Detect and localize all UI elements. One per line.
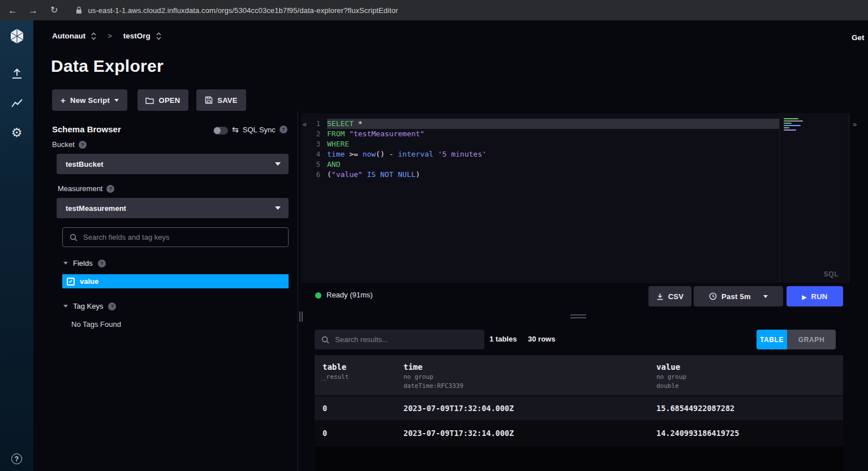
schema-search-input[interactable] (83, 233, 281, 241)
tab-table[interactable]: TABLE (757, 330, 787, 349)
measurement-help-icon[interactable] (106, 185, 114, 193)
code-line[interactable]: 5 AND (301, 159, 779, 170)
results-table: table _result time no group dateTime:RFC… (315, 355, 843, 471)
get-credit-button[interactable]: Get (852, 33, 868, 42)
column-header-time: time no group dateTime:RFC3339 (403, 362, 463, 390)
line-number: 3 (301, 139, 327, 149)
search-icon (70, 234, 78, 241)
column-header-value: value no group double (656, 362, 686, 390)
time-range-value: Past 5m (721, 292, 751, 301)
sql-sync: SQL Sync (232, 125, 287, 134)
browser-chrome: us-east-1-1.aws.cloud2.influxdata.com/or… (0, 0, 868, 20)
chevron-down-icon (275, 206, 281, 210)
suborg-name[interactable]: testOrg (123, 32, 151, 40)
tables-count: 1 tables (489, 335, 517, 343)
new-script-button[interactable]: New Script (52, 89, 127, 111)
settings-gear-icon[interactable] (0, 127, 33, 139)
breadcrumb-separator-icon: > (108, 32, 112, 40)
sql-editor[interactable]: 1 SELECT * 2 FROM "testMeasurement" 3 WH… (301, 113, 849, 283)
code-lines[interactable]: 1 SELECT * 2 FROM "testMeasurement" 3 WH… (301, 119, 779, 180)
line-number: 5 (301, 159, 327, 170)
minimap-divider (779, 113, 780, 283)
section-caret-icon (63, 262, 68, 265)
results-view-tabs: TABLE GRAPH (757, 330, 836, 349)
code-line[interactable]: 2 FROM "testMeasurement" (301, 129, 779, 139)
sync-arrows-icon (232, 125, 239, 134)
page-title: Data Explorer (51, 57, 164, 76)
sql-sync-label: SQL Sync (243, 126, 276, 134)
measurement-dropdown-value: testMeasurement (66, 204, 275, 213)
url-bar[interactable]: us-east-1-1.aws.cloud2.influxdata.com/or… (88, 6, 398, 15)
column-header-table: table _result (323, 362, 349, 381)
org-switcher-icon[interactable] (91, 32, 96, 40)
clock-icon (709, 292, 717, 300)
suborg-switcher-icon[interactable] (156, 32, 161, 40)
collapse-right-icon[interactable] (853, 120, 857, 128)
checkbox-checked-icon[interactable] (67, 278, 75, 286)
vertical-drag-handle[interactable] (299, 312, 303, 322)
rows-count: 30 rows (528, 335, 555, 343)
lock-icon[interactable] (76, 6, 82, 14)
schema-search[interactable] (62, 227, 289, 247)
save-label: SAVE (217, 96, 238, 105)
browser-forward-icon[interactable] (28, 6, 38, 15)
tab-graph[interactable]: GRAPH (787, 330, 836, 349)
bucket-dropdown[interactable]: testBucket (57, 154, 289, 174)
code-line[interactable]: 6 ("value" IS NOT NULL) (301, 170, 779, 180)
measurement-dropdown[interactable]: testMeasurement (57, 198, 289, 218)
tag-keys-help-icon[interactable] (108, 303, 116, 310)
code-line[interactable]: 4 time >= now() - interval '5 minutes' (301, 149, 779, 159)
schema-browser-title: Schema Browser (52, 124, 121, 134)
browser-back-icon[interactable] (8, 6, 18, 15)
download-icon (656, 293, 664, 300)
help-icon[interactable] (11, 453, 22, 464)
data-explorer-graph-icon[interactable] (0, 98, 33, 109)
load-data-upload-icon[interactable] (0, 68, 33, 79)
fields-help-icon[interactable] (98, 260, 106, 267)
screen: us-east-1-1.aws.cloud2.influxdata.com/or… (0, 0, 868, 471)
results-search-input[interactable] (335, 335, 478, 344)
search-icon (321, 336, 329, 344)
measurement-label: Measurement (58, 184, 102, 193)
line-number: 4 (301, 149, 327, 159)
run-label: RUN (811, 292, 827, 301)
fields-section-header[interactable]: Fields (63, 259, 106, 267)
status-text: Ready (91ms) (326, 291, 373, 299)
breadcrumb: Autonaut > testOrg (52, 32, 161, 40)
bucket-help-icon[interactable] (79, 141, 87, 149)
editor-minimap[interactable] (784, 118, 818, 132)
fields-label: Fields (73, 259, 93, 267)
nav-sidebar (0, 20, 33, 471)
open-label: OPEN (158, 96, 180, 105)
panel-divider (298, 111, 298, 471)
bucket-dropdown-value: testBucket (66, 160, 275, 168)
save-disk-icon (205, 96, 213, 104)
tag-keys-section-header[interactable]: Tag Keys (63, 302, 116, 310)
table-row: 0 2023-07-09T17:32:14.000Z 14.2409931864… (315, 421, 843, 446)
influxdb-logo-icon[interactable] (0, 28, 33, 44)
bucket-label-row: Bucket (52, 140, 87, 149)
csv-label: CSV (668, 292, 684, 301)
horizontal-drag-handle[interactable] (570, 314, 586, 318)
code-line[interactable]: 1 SELECT * (301, 119, 779, 129)
section-caret-icon (63, 305, 68, 308)
open-button[interactable]: OPEN (137, 89, 188, 111)
sql-sync-toggle[interactable] (213, 127, 228, 135)
chevron-down-icon (763, 295, 768, 298)
csv-download-button[interactable]: CSV (648, 286, 691, 306)
chevron-down-icon (114, 99, 119, 102)
results-search[interactable] (315, 330, 484, 349)
time-range-dropdown[interactable]: Past 5m (694, 286, 783, 306)
org-name[interactable]: Autonaut (52, 32, 85, 40)
line-number: 2 (301, 129, 327, 139)
browser-refresh-icon[interactable] (50, 6, 58, 15)
run-button[interactable]: RUN (787, 286, 843, 306)
table-row: 0 2023-07-09T17:32:04.000Z 15.6854492208… (315, 396, 843, 421)
save-button[interactable]: SAVE (196, 89, 246, 111)
chevron-down-icon (275, 162, 281, 166)
plus-icon (61, 96, 66, 105)
bucket-label: Bucket (52, 140, 75, 149)
sql-sync-help-icon[interactable] (280, 126, 287, 133)
code-line[interactable]: 3 WHERE (301, 139, 779, 149)
field-value-item[interactable]: value (62, 274, 289, 288)
